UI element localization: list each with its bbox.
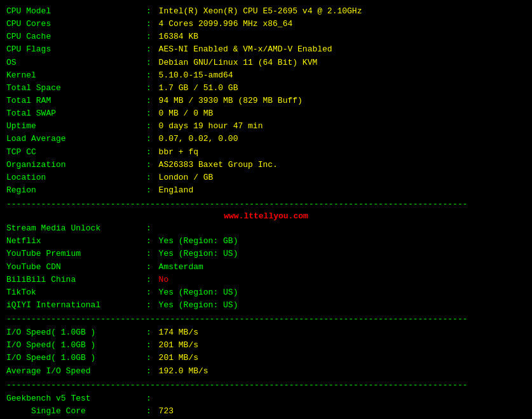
row-value: Yes (Region: US) bbox=[159, 299, 238, 312]
table-row: CPU Cache: 16384 KB bbox=[6, 30, 526, 43]
table-row: iQIYI International: Yes (Region: US) bbox=[6, 299, 526, 312]
table-row: CPU Model: Intel(R) Xeon(R) CPU E5-2695 … bbox=[6, 5, 526, 18]
geekbench-header-colon: : bbox=[146, 392, 156, 405]
streaming-section: Stream Media Unlock: Netflix: Yes (Regio… bbox=[6, 222, 526, 312]
row-label: Uptime bbox=[6, 120, 146, 133]
website-banner: www.lttellyou.com bbox=[6, 211, 526, 221]
table-row: Total SWAP: 0 MB / 0 MB bbox=[6, 107, 526, 120]
row-label: Average I/O Speed bbox=[6, 365, 146, 378]
row-label: CPU Cores bbox=[6, 18, 146, 30]
row-value: 0.07, 0.02, 0.00 bbox=[159, 133, 238, 145]
table-row: OS: Debian GNU/Linux 11 (64 Bit) KVM bbox=[6, 57, 526, 69]
divider-2: ----------------------------------------… bbox=[6, 314, 526, 324]
row-value: Amsterdam bbox=[159, 261, 203, 274]
row-colon: : bbox=[146, 248, 156, 260]
row-colon: : bbox=[146, 30, 156, 43]
geekbench-header-label: Geekbench v5 Test bbox=[6, 392, 146, 405]
row-colon: : bbox=[146, 339, 156, 352]
row-colon: : bbox=[146, 146, 156, 159]
row-label: CPU Model bbox=[6, 5, 146, 18]
table-row: Location: London / GB bbox=[6, 171, 526, 184]
table-row: Load Average: 0.07, 0.02, 0.00 bbox=[6, 133, 526, 145]
row-colon: : bbox=[146, 133, 156, 145]
row-value: London / GB bbox=[159, 171, 214, 184]
row-value: 723 bbox=[159, 405, 174, 418]
row-label: BiliBili China bbox=[6, 274, 146, 286]
row-label: YouTube CDN bbox=[6, 261, 146, 274]
row-colon: : bbox=[146, 159, 156, 171]
row-label: I/O Speed( 1.0GB ) bbox=[6, 326, 146, 339]
row-colon: : bbox=[146, 365, 156, 378]
table-row: TCP CC: bbr + fq bbox=[6, 146, 526, 159]
row-value: 1.7 GB / 51.0 GB bbox=[159, 82, 238, 95]
streaming-header-row: Stream Media Unlock: bbox=[6, 222, 526, 235]
row-value: 201 MB/s bbox=[159, 352, 198, 364]
row-value: Yes (Region: GB) bbox=[159, 235, 238, 248]
row-label: I/O Speed( 1.0GB ) bbox=[6, 352, 146, 364]
row-label: CPU Flags bbox=[6, 43, 146, 56]
io-section: I/O Speed( 1.0GB ): 174 MB/sI/O Speed( 1… bbox=[6, 326, 526, 378]
row-colon: : bbox=[146, 286, 156, 299]
row-value: Yes (Region: US) bbox=[159, 286, 238, 299]
table-row: Kernel: 5.10.0-15-amd64 bbox=[6, 69, 526, 82]
row-value: AS26383 Baxet Group Inc. bbox=[159, 159, 278, 171]
table-row: I/O Speed( 1.0GB ): 201 MB/s bbox=[6, 352, 526, 364]
table-row: BiliBili China: No bbox=[6, 274, 526, 286]
table-row: Average I/O Speed: 192.0 MB/s bbox=[6, 365, 526, 378]
row-value: 16384 KB bbox=[159, 30, 198, 43]
table-row: TikTok: Yes (Region: US) bbox=[6, 286, 526, 299]
row-label: iQIYI International bbox=[6, 299, 146, 312]
table-row: CPU Cores: 4 Cores 2099.996 MHz x86_64 bbox=[6, 18, 526, 30]
row-colon: : bbox=[146, 69, 156, 82]
row-colon: : bbox=[146, 261, 156, 274]
row-label: Kernel bbox=[6, 69, 146, 82]
row-colon: : bbox=[146, 18, 156, 30]
table-row: YouTube Premium: Yes (Region: US) bbox=[6, 248, 526, 260]
row-label: Total SWAP bbox=[6, 107, 146, 120]
row-colon: : bbox=[146, 184, 156, 197]
row-value: 5.10.0-15-amd64 bbox=[159, 69, 233, 82]
table-row: Netflix: Yes (Region: GB) bbox=[6, 235, 526, 248]
row-label: TikTok bbox=[6, 286, 146, 299]
row-value: Yes (Region: US) bbox=[159, 248, 238, 260]
geekbench-section: Geekbench v5 Test: Single Core: 723 Mult… bbox=[6, 392, 526, 419]
row-value: No bbox=[159, 274, 169, 286]
row-value: 4 Cores 2099.996 MHz x86_64 bbox=[159, 18, 293, 30]
divider-3: ----------------------------------------… bbox=[6, 380, 526, 390]
row-value: England bbox=[159, 184, 194, 197]
row-colon: : bbox=[146, 235, 156, 248]
row-colon: : bbox=[146, 57, 156, 69]
row-label: OS bbox=[6, 57, 146, 69]
row-value: 0 MB / 0 MB bbox=[159, 107, 214, 120]
table-row: Total Space: 1.7 GB / 51.0 GB bbox=[6, 82, 526, 95]
row-label: Load Average bbox=[6, 133, 146, 145]
row-colon: : bbox=[146, 95, 156, 107]
table-row: YouTube CDN: Amsterdam bbox=[6, 261, 526, 274]
row-label: CPU Cache bbox=[6, 30, 146, 43]
row-colon: : bbox=[146, 5, 156, 18]
divider-1: ----------------------------------------… bbox=[6, 199, 526, 209]
table-row: Total RAM: 94 MB / 3930 MB (829 MB Buff) bbox=[6, 95, 526, 107]
geekbench-header-row: Geekbench v5 Test: bbox=[6, 392, 526, 405]
row-colon: : bbox=[146, 299, 156, 312]
streaming-header-colon: : bbox=[146, 222, 156, 235]
row-label: Region bbox=[6, 184, 146, 197]
row-label: Single Core bbox=[6, 405, 146, 418]
row-colon: : bbox=[146, 405, 156, 418]
table-row: Region: England bbox=[6, 184, 526, 197]
row-colon: : bbox=[146, 43, 156, 56]
row-colon: : bbox=[146, 82, 156, 95]
table-row: I/O Speed( 1.0GB ): 201 MB/s bbox=[6, 339, 526, 352]
row-value: 0 days 19 hour 47 min bbox=[159, 120, 263, 133]
system-section: CPU Model: Intel(R) Xeon(R) CPU E5-2695 … bbox=[6, 5, 526, 197]
row-value: Debian GNU/Linux 11 (64 Bit) KVM bbox=[159, 57, 318, 69]
row-label: TCP CC bbox=[6, 146, 146, 159]
row-label: Location bbox=[6, 171, 146, 184]
row-label: Netflix bbox=[6, 235, 146, 248]
row-value: 201 MB/s bbox=[159, 339, 198, 352]
row-colon: : bbox=[146, 326, 156, 339]
row-label: Total Space bbox=[6, 82, 146, 95]
row-colon: : bbox=[146, 107, 156, 120]
row-label: YouTube Premium bbox=[6, 248, 146, 260]
row-value: 94 MB / 3930 MB (829 MB Buff) bbox=[159, 95, 303, 107]
